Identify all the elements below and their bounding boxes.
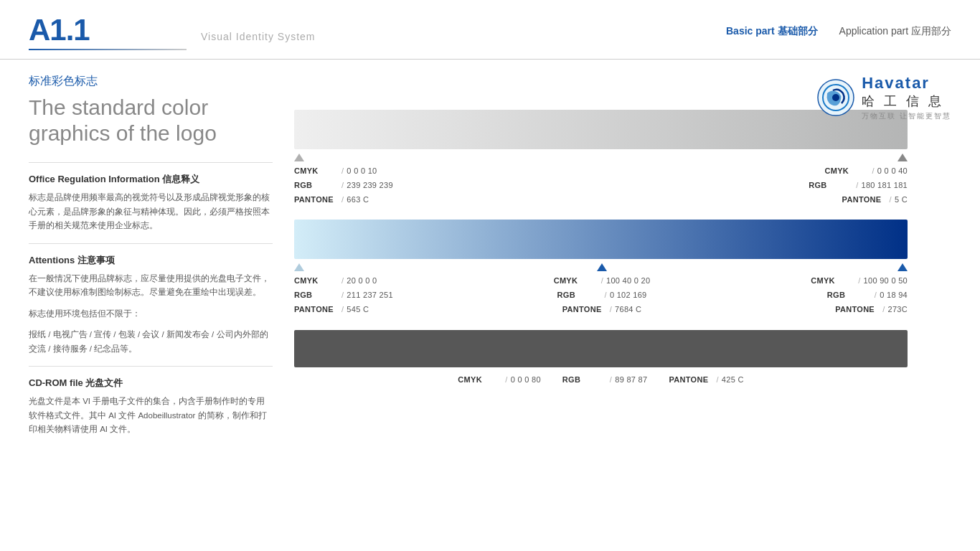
section-title-en: The standard color graphics of the logo [29,95,273,146]
gray-right-pantone: PANTONE/5 C [842,193,908,207]
triangle-blue-mid [597,263,607,271]
nav-basic[interactable]: Basic part 基础部分 [726,25,818,38]
svg-point-1 [832,94,839,101]
divider3 [29,366,273,367]
section2-text2: 标志使用环境包括但不限于： [29,307,273,321]
header-subtitle: Visual Identity System [201,31,315,42]
dark-pantone: PANTONE/425 C [669,373,743,387]
blue-right-cmyk: CMYK/100 90 0 50 [811,274,908,288]
blue-left-cmyk: CMYK/20 0 0 0 [294,274,393,288]
header-code: A1.1 [29,13,187,47]
gray-left-pantone: PANTONE/663 C [294,193,369,207]
gray-right-rgb: RGB/180 181 181 [809,179,908,193]
logo-icon [817,79,854,116]
gray-info-row: CMYK/0 0 0 10 RGB/239 239 239 PANTONE/66… [294,154,908,207]
logo-text-area: Havatar 哈 工 信 息 万物互联 让智能更智慧 [862,74,951,121]
blue-right-info: CMYK/100 90 0 50 RGB/0 18 94 PANTONE/273… [811,263,908,316]
blue-left-pantone: PANTONE/545 C [294,303,393,317]
gray-right-info: CMYK/0 0 0 40 RGB/180 181 181 PANTONE/5 … [809,154,908,207]
logo-cn-name: 哈 工 信 息 [862,93,951,110]
section2-heading: Attentions 注意事项 [29,254,273,267]
triangle-blue-left [294,263,304,271]
gray-left-cmyk: CMYK/0 0 0 10 [294,164,377,179]
section1-heading: Office Regulation Information 信息释义 [29,173,273,186]
blue-left-rgb: RGB/211 237 251 [294,288,393,303]
blue-right-pantone: PANTONE/273C [835,303,908,317]
dark-rgb: RGB/89 87 87 [562,373,648,387]
logo-tagline: 万物互联 让智能更智慧 [862,111,951,121]
gray-right-cmyk: CMYK/0 0 0 40 [824,164,908,179]
divider1 [29,162,273,163]
gray-left-info: CMYK/0 0 0 10 RGB/239 239 239 PANTONE/66… [294,154,393,207]
blue-mid-rgb: RGB/0 102 169 [557,288,647,303]
gray-left-rgb: RGB/239 239 239 [294,179,393,193]
blue-left-info: CMYK/20 0 0 0 RGB/211 237 251 PANTONE/54… [294,263,393,316]
blue-info-row: CMYK/20 0 0 0 RGB/211 237 251 PANTONE/54… [294,263,908,316]
section2-text3: 报纸 / 电视广告 / 宣传 / 包装 / 会议 / 新闻发布会 / 公司内外部… [29,328,273,356]
section1-text: 标志是品牌使用频率最高的视觉符号以及形成品牌视觉形象的核心元素，是品牌形象的象征… [29,191,273,233]
color-bars-area: CMYK/0 0 0 10 RGB/239 239 239 PANTONE/66… [294,110,951,387]
logo-area: Havatar 哈 工 信 息 万物互联 让智能更智慧 [817,74,951,121]
info-section3: CD-ROM file 光盘文件 光盘文件是本 VI 手册电子文件的集合，内含手… [29,377,273,437]
header: A1.1 Visual Identity System Basic part 基… [0,0,980,60]
info-section1: Office Regulation Information 信息释义 标志是品牌… [29,173,273,233]
dark-bar [294,330,908,367]
left-panel: 标准彩色标志 The standard color graphics of th… [29,74,273,444]
blue-mid-info: CMYK/100 40 0 20 RGB/0 102 169 PANTONE/7… [554,263,651,316]
section-label: 标准彩色标志 [29,74,273,89]
dark-cmyk: CMYK/0 0 0 80 [458,373,541,387]
header-nav: Basic part 基础部分 Application part 应用部分 [726,25,951,38]
blue-right-rgb: RGB/0 18 94 [827,288,908,303]
blue-bar [294,220,908,259]
triangle-blue-right [897,263,908,271]
divider2 [29,243,273,244]
blue-mid-cmyk: CMYK/100 40 0 20 [554,274,651,288]
dark-bar-info: CMYK/0 0 0 80 RGB/89 87 87 PANTONE/425 C [294,373,908,387]
section2-text1: 在一般情况下使用品牌标志，应尽量使用提供的光盘电子文件，不建议使用标准制图绘制标… [29,272,273,300]
header-left: A1.1 Visual Identity System [29,13,315,50]
section3-heading: CD-ROM file 光盘文件 [29,377,273,390]
header-underline [29,49,187,50]
right-panel: Havatar 哈 工 信 息 万物互联 让智能更智慧 CMYK/0 0 0 1… [294,74,951,444]
blue-mid-pantone: PANTONE/7684 C [562,303,642,317]
main: 标准彩色标志 The standard color graphics of th… [0,60,980,458]
triangle-gray-right [897,154,908,161]
info-section2: Attentions 注意事项 在一般情况下使用品牌标志，应尽量使用提供的光盘电… [29,254,273,357]
gray-bar [294,110,908,149]
triangle-gray-left [294,154,304,161]
logo-name: Havatar [862,74,930,93]
nav-application[interactable]: Application part 应用部分 [839,25,951,38]
section3-text: 光盘文件是本 VI 手册电子文件的集合，内含手册制作时的专用软件格式文件。其中 … [29,395,273,437]
